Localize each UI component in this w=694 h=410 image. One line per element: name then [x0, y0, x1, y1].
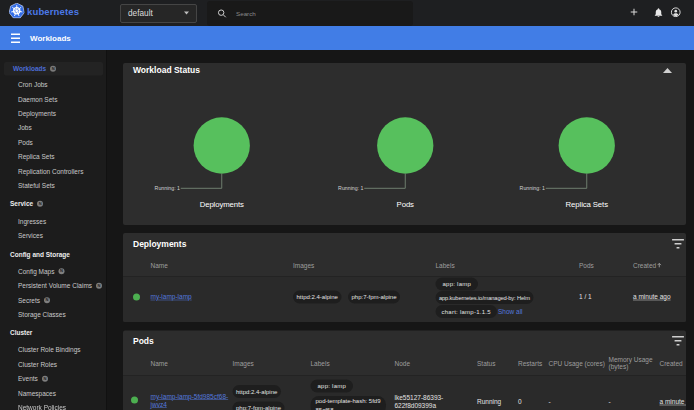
- svg-text:Running: 1: Running: 1: [338, 185, 363, 191]
- svg-text:Pods: Pods: [397, 200, 414, 209]
- svg-text:Running: 1: Running: 1: [520, 185, 545, 191]
- svg-text:Running: 1: Running: 1: [155, 185, 180, 191]
- svg-text:Replica Sets: Replica Sets: [566, 200, 609, 209]
- svg-text:Deployments: Deployments: [200, 200, 244, 209]
